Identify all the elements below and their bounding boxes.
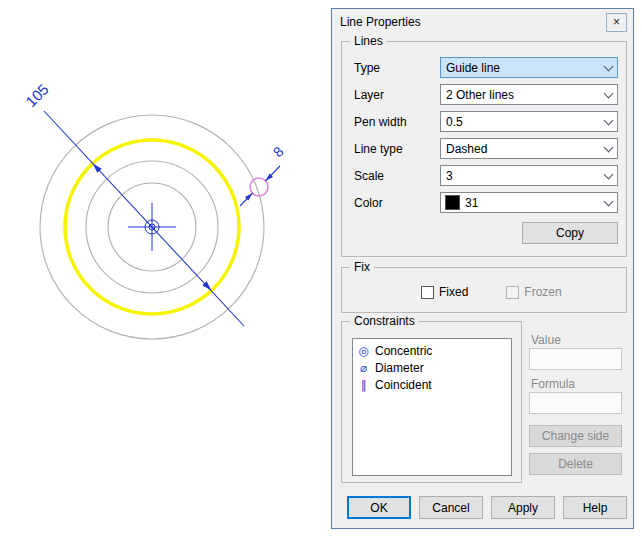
color-swatch (445, 195, 460, 210)
value-label: Value (531, 333, 561, 347)
constraint-label: Concentric (375, 344, 432, 358)
formula-input (529, 392, 622, 414)
fix-group: Fix Fixed Frozen (341, 267, 627, 313)
type-combobox[interactable]: Guide line (440, 57, 618, 78)
formula-label: Formula (531, 377, 575, 391)
type-combobox-value: Guide line (441, 61, 600, 75)
constraints-listbox[interactable]: ◎ Concentric ⌀ Diameter ∥ Coincident (352, 338, 512, 476)
layer-combobox-value: 2 Other lines (441, 88, 600, 102)
dimension-text-large: 105 (22, 80, 52, 110)
pen-width-label: Pen width (354, 115, 407, 129)
chevron-down-icon (600, 93, 617, 97)
constraints-group-label: Constraints (350, 314, 419, 328)
constraints-group: Constraints ◎ Concentric ⌀ Diameter ∥ Co… (341, 321, 522, 483)
ok-button[interactable]: OK (347, 496, 411, 519)
copy-button[interactable]: Copy (522, 222, 618, 244)
cancel-button[interactable]: Cancel (419, 496, 483, 519)
layer-combobox[interactable]: 2 Other lines (440, 84, 618, 105)
fix-group-label: Fix (350, 260, 374, 274)
frozen-checkbox-row: Frozen (506, 285, 561, 299)
pen-width-combobox-value: 0.5 (441, 115, 600, 129)
diameter-icon: ⌀ (357, 361, 370, 375)
line-type-combobox[interactable]: Dashed (440, 138, 618, 159)
dimension-text-small: 8 (270, 143, 287, 160)
scale-label: Scale (354, 169, 384, 183)
scale-combobox[interactable]: 3 (440, 165, 618, 186)
geometry-svg: 105 8 (0, 0, 331, 536)
close-button[interactable]: × (606, 13, 627, 32)
dialog-title: Line Properties (340, 15, 421, 29)
constraint-item-coincident[interactable]: ∥ Coincident (355, 376, 509, 393)
fixed-checkbox-row[interactable]: Fixed (421, 285, 468, 299)
delete-button: Delete (529, 453, 622, 475)
frozen-checkbox (506, 286, 519, 299)
dialog-titlebar[interactable]: Line Properties × (332, 9, 633, 35)
color-combobox-value: 31 (460, 196, 600, 210)
color-label: Color (354, 196, 383, 210)
scale-combobox-value: 3 (441, 169, 600, 183)
coincident-icon: ∥ (357, 378, 370, 392)
value-input (529, 348, 622, 370)
lines-group: Lines Type Guide line Layer 2 Other line… (341, 41, 627, 257)
chevron-down-icon (600, 66, 617, 70)
change-side-button: Change side (529, 425, 622, 447)
frozen-checkbox-label: Frozen (524, 285, 561, 299)
line-type-label: Line type (354, 142, 403, 156)
fixed-checkbox-label: Fixed (439, 285, 468, 299)
chevron-down-icon (600, 201, 617, 205)
constraint-item-diameter[interactable]: ⌀ Diameter (355, 359, 509, 376)
type-label: Type (354, 61, 380, 75)
close-icon: × (613, 16, 620, 28)
apply-button[interactable]: Apply (491, 496, 555, 519)
chevron-down-icon (600, 120, 617, 124)
layer-label: Layer (354, 88, 384, 102)
help-button[interactable]: Help (563, 496, 627, 519)
pen-width-combobox[interactable]: 0.5 (440, 111, 618, 132)
drawing-canvas[interactable]: 105 8 (0, 0, 331, 536)
line-properties-dialog: Line Properties × Lines Type Guide line … (331, 8, 634, 529)
constraint-label: Diameter (375, 361, 424, 375)
diameter-dimension-8[interactable]: 8 (240, 143, 287, 206)
dialog-footer: OK Cancel Apply Help (347, 496, 627, 519)
constraint-side-panel: Value Formula Change side Delete (529, 321, 625, 483)
chevron-down-icon (600, 174, 617, 178)
line-type-combobox-value: Dashed (441, 142, 600, 156)
chevron-down-icon (600, 147, 617, 151)
fixed-checkbox[interactable] (421, 286, 434, 299)
lines-group-label: Lines (350, 34, 387, 48)
constraint-item-concentric[interactable]: ◎ Concentric (355, 342, 509, 359)
concentric-icon: ◎ (357, 344, 370, 358)
constraint-label: Coincident (375, 378, 432, 392)
color-combobox[interactable]: 31 (440, 192, 618, 213)
